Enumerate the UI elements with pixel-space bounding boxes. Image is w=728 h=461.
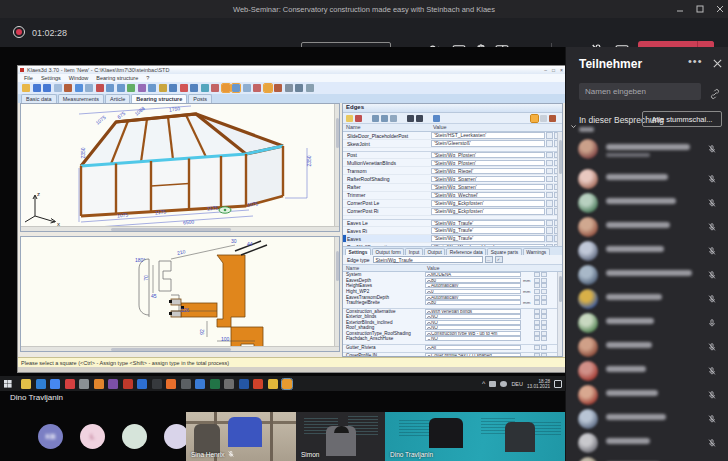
taskbar-app-icon[interactable] <box>282 379 292 389</box>
prop-detail-button[interactable] <box>541 336 547 341</box>
cad-toolbar-icon[interactable] <box>33 84 41 92</box>
prop-dropdown-button[interactable] <box>534 289 540 294</box>
cad-toolbar-icon[interactable] <box>117 84 125 92</box>
edge-row[interactable]: SlideDoor_PlaceholderPost 'Stein/HST_Lee… <box>343 132 562 140</box>
taskbar-app-icon[interactable] <box>210 379 220 389</box>
cad-toolbar-icon[interactable] <box>106 84 114 92</box>
panel-tool-icon[interactable] <box>346 115 353 122</box>
scrollbar-horizontal[interactable] <box>21 346 339 351</box>
edge-row[interactable]: CornerPost Ri 'Stein/Wg_Eckpfosten' <box>343 208 562 216</box>
participant-mic-icon[interactable] <box>707 390 717 400</box>
cad-menu-item[interactable]: File <box>24 75 33 81</box>
panel-tool-icon[interactable] <box>540 115 547 122</box>
edges-tab[interactable]: Square parts <box>487 248 521 255</box>
cad-toolbar-icon[interactable] <box>22 84 30 92</box>
participant-mic-icon[interactable] <box>707 174 717 184</box>
scrollbar-vertical[interactable] <box>557 132 562 246</box>
cad-toolbar-icon[interactable] <box>75 84 83 92</box>
mute-all-button[interactable]: Alle stummschal... <box>642 111 722 127</box>
prop-value-field[interactable]: NO <box>425 320 521 325</box>
prop-dropdown-button[interactable] <box>534 325 540 330</box>
participant-row[interactable] <box>566 407 728 431</box>
audio-participant-avatar[interactable] <box>122 424 147 449</box>
prop-value-field[interactable]: NO <box>425 314 521 319</box>
prop-detail-button[interactable] <box>541 314 547 319</box>
taskbar-app-icon[interactable] <box>224 379 234 389</box>
edge-row[interactable]: SkewJoint 'Stein/Gleerstoß' <box>343 140 562 148</box>
cad-toolbar-icon[interactable] <box>169 84 177 92</box>
cad-toolbar-icon[interactable] <box>43 84 51 92</box>
cad-toolbar-icon[interactable] <box>253 84 261 92</box>
prop-value-field[interactable]: Automatically <box>425 283 521 288</box>
cad-toolbar-icon[interactable] <box>295 84 303 92</box>
panel-tool-icon[interactable] <box>372 115 379 122</box>
cad-toolbar-icon[interactable] <box>96 84 104 92</box>
participant-row[interactable] <box>566 455 728 461</box>
cad-minimize-icon[interactable]: – <box>544 67 547 73</box>
edge-type-browse-button[interactable]: … <box>485 256 493 263</box>
participant-row[interactable] <box>566 287 728 311</box>
edge-type-field[interactable]: Stein/Wg_Traufe <box>373 256 483 263</box>
video-tile[interactable]: Sina Henrix <box>186 412 296 461</box>
taskbar-app-icon[interactable] <box>94 379 104 389</box>
prop-value-field[interactable]: MODENA <box>425 272 521 277</box>
edge-row[interactable]: Eaves Le 'Stein/Wg_Traufe' <box>343 219 562 227</box>
invite-link-icon[interactable] <box>709 86 721 98</box>
prop-detail-button[interactable] <box>541 283 547 288</box>
taskbar-app-icon[interactable] <box>65 379 75 389</box>
edges-tab[interactable]: Input <box>405 248 423 255</box>
panel-tool-icon[interactable] <box>549 115 556 122</box>
edge-value-field[interactable]: 'Stein/Wg_Sparren' <box>431 176 545 183</box>
cad-tab[interactable]: Basic data <box>21 94 57 103</box>
prop-detail-button[interactable] <box>541 295 547 300</box>
edge-picker-button[interactable] <box>546 208 553 215</box>
prop-dropdown-button[interactable] <box>534 345 540 350</box>
participant-mic-icon[interactable] <box>707 198 717 208</box>
cad-maximize-icon[interactable]: □ <box>552 67 555 73</box>
cad-toolbar-icon[interactable] <box>306 84 314 92</box>
taskbar-app-icon[interactable] <box>137 379 147 389</box>
cad-toolbar-icon[interactable] <box>285 84 293 92</box>
start-button-icon[interactable] <box>0 376 15 391</box>
scrollbar-vertical[interactable] <box>334 104 339 231</box>
cad-section-view[interactable]: 210 30 44 180° 70 45 126 92 100 <box>20 236 340 352</box>
edge-picker-button[interactable] <box>546 160 553 167</box>
prop-dropdown-button[interactable] <box>534 331 540 336</box>
edge-picker-button[interactable] <box>546 220 553 227</box>
edge-value-field[interactable]: 'Stein/Wg_Eckpfosten' <box>431 208 545 215</box>
prop-dropdown-button[interactable] <box>534 283 540 288</box>
cad-tab[interactable]: Bearing structure <box>131 94 187 103</box>
taskbar-app-icon[interactable] <box>36 379 46 389</box>
edge-row[interactable]: CornerPost Le 'Stein/Wg_Eckpfosten' <box>343 200 562 208</box>
keyboard-language[interactable]: DEU <box>511 381 523 387</box>
panel-tool-icon[interactable] <box>416 115 423 122</box>
edge-row[interactable]: Eaves Ri 'Stein/Wg_Traufe' <box>343 227 562 235</box>
participant-mic-icon[interactable] <box>707 222 717 232</box>
participant-row[interactable] <box>566 359 728 383</box>
edge-row[interactable]: Eaves 'Stein/Wg_Traufe' <box>343 235 562 243</box>
taskbar-app-icon[interactable] <box>195 379 205 389</box>
prop-row[interactable]: CoverProfile IN Cover profile 54x17 U sh… <box>343 352 562 356</box>
participant-mic-icon[interactable] <box>707 414 717 424</box>
video-tile[interactable]: Simon <box>296 412 385 461</box>
cad-toolbar-icon[interactable] <box>211 84 219 92</box>
taskbar-app-icon[interactable] <box>21 379 31 389</box>
tray-expand-icon[interactable]: ^ <box>482 380 485 387</box>
participant-search-input[interactable] <box>579 83 701 100</box>
taskbar-app-icon[interactable] <box>253 379 263 389</box>
participant-row[interactable] <box>566 311 728 335</box>
prop-detail-button[interactable] <box>541 278 547 283</box>
panel-tool-icon[interactable] <box>390 115 397 122</box>
notification-center-icon[interactable] <box>554 380 562 388</box>
audio-participant-avatar[interactable]: KB <box>38 424 63 449</box>
taskbar-app-icon[interactable] <box>239 379 249 389</box>
cad-tab[interactable]: Measurements <box>58 94 104 103</box>
edge-row[interactable]: MullionVenetianBlinds 'Stein/Wg_Pfosten' <box>343 159 562 167</box>
edge-picker-button[interactable] <box>546 132 553 139</box>
prop-dropdown-button[interactable] <box>534 314 540 319</box>
cad-toolbar-icon[interactable] <box>232 84 240 92</box>
edge-row[interactable]: Post 'Stein/Wg_Pfosten' <box>343 151 562 159</box>
panel-tool-icon[interactable] <box>433 115 440 122</box>
prop-dropdown-button[interactable] <box>534 353 540 356</box>
prop-value-field[interactable]: Construction type WB - up to 4m <box>425 331 521 336</box>
